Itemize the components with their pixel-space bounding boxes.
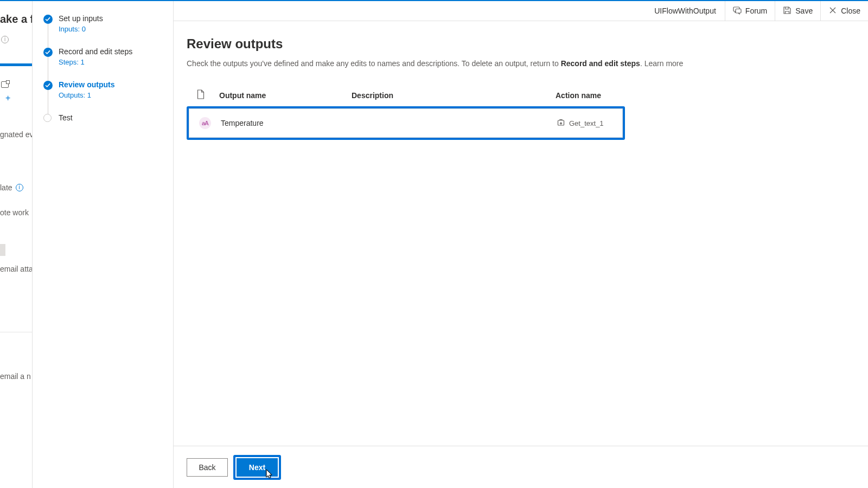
wizard-steps-panel: Set up inputs Inputs: 0 Record and edit … bbox=[33, 1, 174, 488]
checkmark-icon bbox=[43, 48, 53, 57]
highlighted-row: aA Temperature Get_text_1 bbox=[187, 106, 625, 140]
table-header: Output name Description Action name bbox=[187, 89, 855, 106]
back-button[interactable]: Back bbox=[187, 458, 228, 477]
next-button-highlight: Next bbox=[233, 455, 281, 480]
text-type-icon: aA bbox=[199, 117, 211, 129]
info-icon: i bbox=[1, 36, 9, 43]
bg-text-fragment: late bbox=[0, 183, 12, 192]
close-button[interactable]: Close bbox=[820, 1, 868, 21]
column-header-description[interactable]: Description bbox=[352, 91, 556, 100]
page-title: Review outputs bbox=[187, 36, 855, 52]
step-subtitle: Steps: 1 bbox=[59, 58, 164, 66]
step-title: Set up inputs bbox=[59, 14, 164, 23]
column-type-icon bbox=[196, 89, 219, 101]
info-icon: i bbox=[16, 184, 23, 191]
save-button[interactable]: Save bbox=[775, 1, 820, 21]
bg-heading-fragment: ake a fl bbox=[0, 13, 33, 25]
checkmark-icon bbox=[43, 15, 53, 24]
pending-step-icon bbox=[43, 114, 52, 122]
step-title: Record and edit steps bbox=[59, 47, 164, 56]
bg-text-fragment: gnated even bbox=[0, 130, 33, 139]
step-subtitle: Outputs: 1 bbox=[59, 91, 164, 99]
step-title: Test bbox=[59, 113, 164, 122]
wizard-step-test[interactable]: Test bbox=[43, 113, 164, 136]
step-subtitle: Inputs: 0 bbox=[59, 25, 164, 33]
step-title: Review outputs bbox=[59, 80, 164, 89]
learn-more-link[interactable]: Learn more bbox=[644, 59, 684, 68]
action-icon bbox=[557, 119, 565, 128]
next-button[interactable]: Next bbox=[237, 458, 278, 477]
column-header-action[interactable]: Action name bbox=[556, 91, 853, 100]
table-row[interactable]: aA Temperature Get_text_1 bbox=[189, 108, 623, 138]
flow-icon bbox=[1, 81, 11, 88]
bg-text-fragment: email attac bbox=[0, 265, 33, 273]
wizard-step-review-outputs[interactable]: Review outputs Outputs: 1 bbox=[43, 80, 164, 113]
close-icon bbox=[828, 6, 837, 16]
bg-text-fragment: ote work bbox=[0, 208, 29, 217]
left-background-panel: ake a fl i + gnated even late i ote work… bbox=[0, 1, 33, 488]
bg-box-fragment bbox=[0, 244, 5, 256]
wizard-step-record[interactable]: Record and edit steps Steps: 1 bbox=[43, 47, 164, 80]
wizard-step-inputs[interactable]: Set up inputs Inputs: 0 bbox=[43, 14, 164, 47]
bg-text-fragment: email a n bbox=[0, 372, 31, 381]
forum-icon bbox=[733, 6, 742, 16]
output-action-cell: Get_text_1 bbox=[557, 119, 620, 128]
column-header-name[interactable]: Output name bbox=[219, 91, 352, 100]
svg-rect-1 bbox=[736, 9, 741, 13]
page-description: Check the outputs you've defined and mak… bbox=[187, 59, 855, 68]
progress-bar-fragment bbox=[0, 63, 32, 66]
outputs-table: Output name Description Action name aA T… bbox=[187, 89, 855, 140]
forum-button[interactable]: Forum bbox=[725, 1, 775, 21]
editor-header: UIFlowWithOutput Forum Save Close bbox=[174, 1, 868, 21]
wizard-footer: Back Next bbox=[174, 446, 868, 488]
save-icon bbox=[783, 6, 792, 16]
output-name-cell: Temperature bbox=[221, 119, 353, 127]
checkmark-icon bbox=[43, 81, 53, 90]
plus-icon: + bbox=[5, 93, 10, 103]
flow-name[interactable]: UIFlowWithOutput bbox=[646, 1, 725, 21]
